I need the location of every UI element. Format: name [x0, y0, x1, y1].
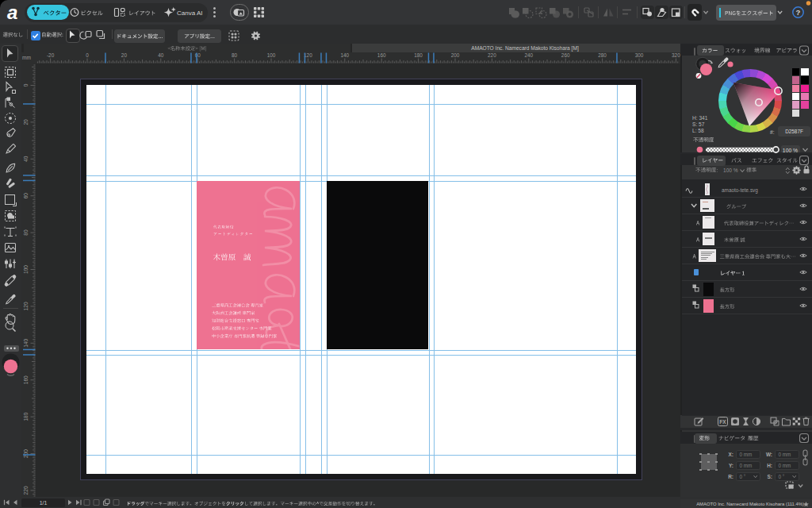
svg-text:1/1: 1/1 — [40, 500, 48, 506]
svg-text:140: 140 — [340, 52, 349, 58]
svg-text:40: 40 — [23, 156, 29, 162]
svg-text:240: 240 — [524, 52, 533, 58]
svg-text:X:: X: — [729, 452, 733, 457]
svg-text:140: 140 — [23, 338, 29, 347]
svg-text:300: 300 — [635, 52, 644, 58]
svg-text:W:: W: — [766, 452, 772, 457]
svg-text:Y:: Y: — [729, 463, 733, 468]
svg-text:Canva AI: Canva AI — [177, 10, 202, 17]
svg-text:0 mm: 0 mm — [779, 452, 791, 457]
svg-text:160: 160 — [377, 52, 386, 58]
svg-text:60: 60 — [195, 52, 201, 58]
svg-text:S: 57: S: 57 — [692, 121, 705, 127]
svg-text:160: 160 — [23, 375, 29, 384]
svg-text:0 mm: 0 mm — [779, 463, 791, 468]
svg-text:S:: S: — [768, 474, 772, 479]
svg-text:280: 280 — [598, 52, 607, 58]
svg-text:0 mm: 0 mm — [740, 463, 753, 468]
svg-text:H:: H: — [767, 463, 772, 468]
svg-text:?: ? — [796, 8, 801, 17]
svg-text:mm: mm — [22, 55, 31, 60]
svg-text:200: 200 — [451, 52, 460, 58]
svg-text:100 %: 100 % — [783, 148, 798, 153]
svg-text:200: 200 — [23, 449, 29, 458]
svg-text:0 °: 0 ° — [740, 474, 746, 479]
svg-text:R:: R: — [728, 474, 733, 479]
svg-text:80: 80 — [232, 52, 238, 58]
svg-text:amaoto-tete.svg: amaoto-tete.svg — [722, 187, 758, 194]
svg-text:0 mm: 0 mm — [740, 452, 753, 457]
svg-text:40: 40 — [158, 52, 164, 58]
svg-text:FX: FX — [719, 419, 726, 425]
svg-text:60: 60 — [23, 193, 29, 199]
svg-text:220: 220 — [23, 486, 29, 495]
svg-text:220: 220 — [488, 52, 496, 58]
svg-text:100 %: 100 % — [723, 167, 738, 173]
svg-text:AMAOTO Inc. Namecard Makoto Ki: AMAOTO Inc. Namecard Makoto Kisohara (11… — [696, 502, 804, 506]
svg-text:H: 341: H: 341 — [692, 115, 708, 121]
svg-text:#:: #: — [770, 129, 775, 135]
svg-text:100: 100 — [23, 265, 29, 274]
svg-text:100: 100 — [267, 52, 276, 58]
svg-text:320: 320 — [672, 52, 680, 58]
svg-text:AMAOTO Inc. Namecard Makoto Ki: AMAOTO Inc. Namecard Makoto Kisohara [M] — [471, 45, 579, 52]
svg-text:180: 180 — [414, 52, 423, 58]
svg-text:180: 180 — [23, 412, 29, 421]
svg-text:80: 80 — [23, 229, 29, 236]
svg-text:20: 20 — [23, 119, 29, 125]
svg-text:20: 20 — [121, 52, 128, 58]
svg-text:D2587F: D2587F — [785, 129, 803, 134]
svg-text:120: 120 — [23, 302, 29, 310]
svg-text:0: 0 — [86, 52, 89, 58]
svg-text:260: 260 — [561, 52, 570, 58]
svg-text:0 °: 0 ° — [779, 474, 785, 479]
svg-text:-20: -20 — [47, 52, 55, 58]
svg-text:0: 0 — [23, 83, 29, 87]
svg-text:L: 58: L: 58 — [692, 128, 704, 133]
